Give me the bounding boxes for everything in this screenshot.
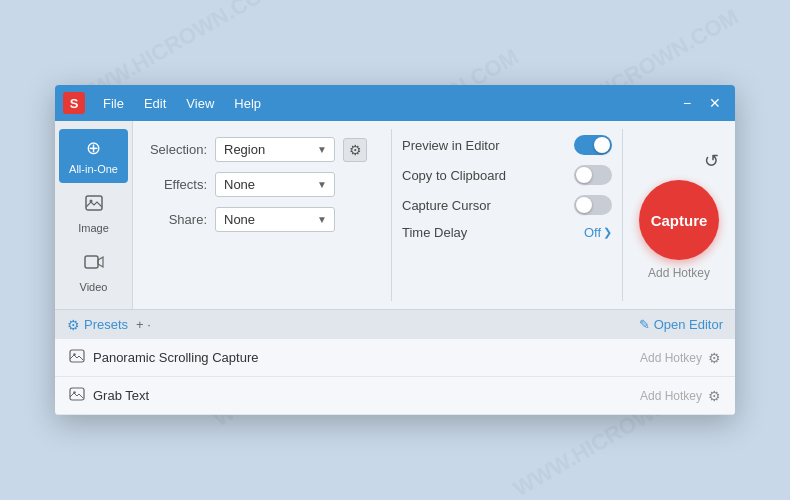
effects-label: Effects: [147,177,207,192]
add-preset-button[interactable]: + · [132,315,155,334]
share-row: Share: None Clipboard File FTP ▼ [147,207,377,232]
selection-wrapper: Region Window Full Screen Custom ▼ [215,137,335,162]
svg-rect-2 [85,256,98,268]
main-content: ⊕ All-in-One Image [55,121,735,309]
effects-wrapper: None Border Drop Shadow Perspective ▼ [215,172,335,197]
all-in-one-icon: ⊕ [86,137,101,159]
preview-toggle-knob [594,137,610,153]
selection-gear-button[interactable]: ⚙ [343,138,367,162]
preset-item-panoramic[interactable]: Panoramic Scrolling Capture Add Hotkey ⚙ [55,339,735,377]
image-icon [84,193,104,218]
presets-gear-icon[interactable]: ⚙ [67,317,80,333]
sidebar-item-label: All-in-One [69,163,118,175]
svg-rect-5 [70,388,84,400]
selection-row: Selection: Region Window Full Screen Cus… [147,137,377,162]
close-button[interactable]: ✕ [703,91,727,115]
capture-button[interactable]: Capture [639,180,719,260]
presets-label[interactable]: Presets [84,317,128,332]
delay-label: Time Delay [402,225,467,240]
menu-help[interactable]: Help [226,92,269,115]
controls-area: Selection: Region Window Full Screen Cus… [133,121,391,309]
menu-view[interactable]: View [178,92,222,115]
titlebar: S File Edit View Help − ✕ [55,85,735,121]
undo-button[interactable]: ↺ [704,150,719,172]
sidebar-image-label: Image [78,222,109,234]
selection-select[interactable]: Region Window Full Screen Custom [215,137,335,162]
grab-text-gear-icon[interactable]: ⚙ [708,388,721,404]
sidebar-item-video[interactable]: Video [59,244,128,301]
share-select[interactable]: None Clipboard File FTP [215,207,335,232]
cursor-toggle-knob [576,197,592,213]
cursor-toggle[interactable] [574,195,612,215]
sidebar-video-label: Video [80,281,108,293]
preset-list: Panoramic Scrolling Capture Add Hotkey ⚙… [55,339,735,415]
delay-text: Off [584,225,601,240]
share-wrapper: None Clipboard File FTP ▼ [215,207,335,232]
panoramic-name: Panoramic Scrolling Capture [93,350,640,365]
preset-item-grab-text[interactable]: Grab Text Add Hotkey ⚙ [55,377,735,415]
clipboard-toggle-knob [576,167,592,183]
panoramic-gear-icon[interactable]: ⚙ [708,350,721,366]
panoramic-hotkey[interactable]: Add Hotkey [640,351,702,365]
grab-text-hotkey[interactable]: Add Hotkey [640,389,702,403]
app-window: S File Edit View Help − ✕ ⊕ All-in-One [55,85,735,415]
open-editor-button[interactable]: ✎ Open Editor [639,317,723,332]
delay-arrow-icon: ❯ [603,226,612,239]
bottom-toolbar: ⚙ Presets + · ✎ Open Editor [55,309,735,339]
window-controls: − ✕ [675,91,727,115]
clipboard-toggle[interactable] [574,165,612,185]
clipboard-label: Copy to Clipboard [402,168,506,183]
delay-value[interactable]: Off ❯ [584,225,612,240]
sidebar: ⊕ All-in-One Image [55,121,133,309]
cursor-label: Capture Cursor [402,198,491,213]
preview-option-row: Preview in Editor [402,135,612,155]
menu-bar: File Edit View Help [95,92,675,115]
clipboard-option-row: Copy to Clipboard [402,165,612,185]
effects-row: Effects: None Border Drop Shadow Perspec… [147,172,377,197]
video-icon [84,252,104,277]
grab-text-name: Grab Text [93,388,640,403]
middle-section: Selection: Region Window Full Screen Cus… [133,121,735,309]
preview-label: Preview in Editor [402,138,500,153]
selection-label: Selection: [147,142,207,157]
minimize-button[interactable]: − [675,91,699,115]
share-label: Share: [147,212,207,227]
options-area: Preview in Editor Copy to Clipboard Capt… [392,121,622,309]
svg-rect-0 [86,196,102,210]
grab-text-icon [69,386,85,405]
open-editor-icon: ✎ [639,317,650,332]
capture-section: ↺ Capture Add Hotkey [623,121,735,309]
add-hotkey-link[interactable]: Add Hotkey [648,266,710,280]
sidebar-item-all-in-one[interactable]: ⊕ All-in-One [59,129,128,183]
menu-file[interactable]: File [95,92,132,115]
app-logo: S [63,92,85,114]
svg-rect-3 [70,350,84,362]
preview-toggle[interactable] [574,135,612,155]
effects-select[interactable]: None Border Drop Shadow Perspective [215,172,335,197]
menu-edit[interactable]: Edit [136,92,174,115]
sidebar-item-image[interactable]: Image [59,185,128,242]
panoramic-icon [69,348,85,367]
open-editor-label: Open Editor [654,317,723,332]
delay-option-row: Time Delay Off ❯ [402,225,612,240]
cursor-option-row: Capture Cursor [402,195,612,215]
